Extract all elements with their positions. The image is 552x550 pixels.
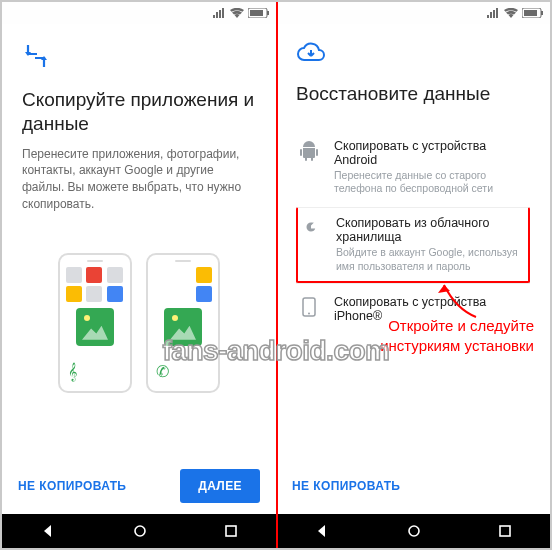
status-bar (276, 2, 550, 24)
status-bar (2, 2, 276, 24)
nav-home-icon[interactable] (407, 524, 421, 538)
screen-copy-apps: Скопируйте приложения и данные Перенесит… (2, 2, 276, 548)
content-area: Восстановите данные Скопировать с устрой… (276, 24, 550, 458)
svg-rect-6 (541, 11, 543, 15)
signal-icon (213, 8, 226, 18)
signal-icon (487, 8, 500, 18)
phones-illustration: 𝄞 ✆ (22, 253, 256, 393)
nav-home-icon[interactable] (133, 524, 147, 538)
screen-divider (276, 2, 278, 548)
option-title: Скопировать с устройства Android (334, 139, 528, 167)
restore-options: Скопировать с устройства Android Перенес… (296, 128, 530, 337)
google-icon (300, 216, 322, 236)
page-description: Перенесите приложения, фотографии, конта… (22, 146, 256, 213)
transfer-icon (22, 42, 256, 74)
wifi-icon (504, 8, 518, 18)
iphone-icon (298, 295, 320, 317)
option-subtitle: Перенесите данные со старого телефона по… (334, 169, 528, 196)
bottom-bar: НЕ КОПИРОВАТЬ ДАЛЕЕ (2, 458, 276, 514)
cloud-download-icon (296, 42, 530, 68)
option-subtitle: Войдите в аккаунт Google, используя имя … (336, 246, 526, 273)
skip-button[interactable]: НЕ КОПИРОВАТЬ (292, 479, 400, 493)
android-icon (298, 139, 320, 161)
annotation-arrow (436, 279, 486, 319)
android-navbar (2, 514, 276, 548)
page-title: Восстановите данные (296, 82, 530, 106)
annotation-text: Откройте и следуйте инстуркиям установки (380, 316, 534, 357)
option-android[interactable]: Скопировать с устройства Android Перенес… (296, 128, 530, 207)
page-title: Скопируйте приложения и данные (22, 88, 256, 136)
nav-recent-icon[interactable] (498, 524, 512, 538)
battery-icon (248, 8, 270, 18)
option-cloud[interactable]: Скопировать из облачного хранилища Войди… (296, 207, 530, 283)
svg-rect-2 (250, 10, 263, 16)
svg-rect-7 (524, 10, 537, 16)
screen-restore-data: Восстановите данные Скопировать с устрой… (276, 2, 550, 548)
svg-rect-11 (500, 526, 510, 536)
content-area: Скопируйте приложения и данные Перенесит… (2, 24, 276, 458)
svg-point-9 (308, 313, 310, 315)
next-button[interactable]: ДАЛЕЕ (180, 469, 260, 503)
phone-right: ✆ (146, 253, 220, 393)
bottom-bar: НЕ КОПИРОВАТЬ (276, 458, 550, 514)
svg-point-3 (135, 526, 145, 536)
skip-button[interactable]: НЕ КОПИРОВАТЬ (18, 479, 126, 493)
phone-left: 𝄞 (58, 253, 132, 393)
nav-back-icon[interactable] (314, 523, 330, 539)
option-title: Скопировать из облачного хранилища (336, 216, 526, 244)
svg-rect-4 (226, 526, 236, 536)
svg-rect-1 (267, 11, 269, 15)
nav-recent-icon[interactable] (224, 524, 238, 538)
svg-point-10 (409, 526, 419, 536)
nav-back-icon[interactable] (40, 523, 56, 539)
battery-icon (522, 8, 544, 18)
wifi-icon (230, 8, 244, 18)
android-navbar (276, 514, 550, 548)
